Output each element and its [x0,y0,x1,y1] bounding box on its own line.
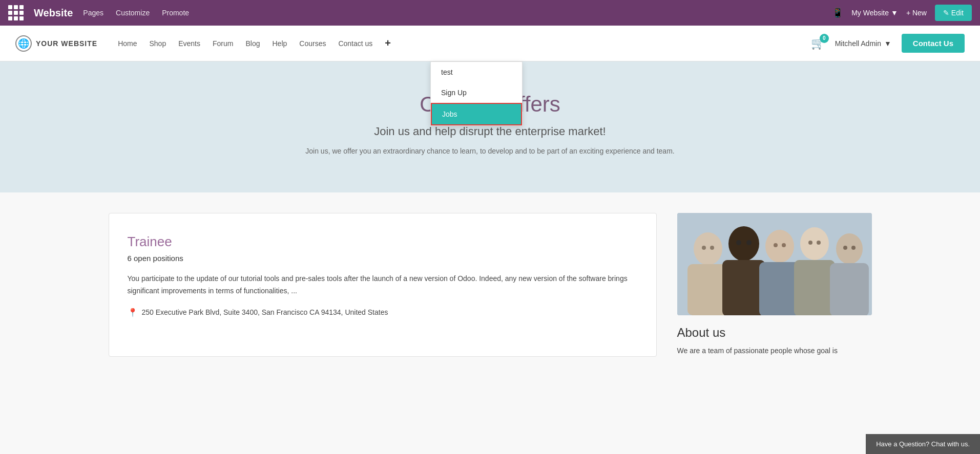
nav-forum[interactable]: Forum [213,39,233,48]
svg-point-7 [800,227,829,260]
cart-icon[interactable]: 🛒 0 [811,37,825,50]
contact-us-button[interactable]: Contact Us [902,34,965,53]
dropdown-arrow-icon: ▼ [891,9,898,17]
edit-button[interactable]: ✎ Edit [935,5,972,21]
hero-description: Join us, we offer you an extraordinary c… [260,145,721,157]
job-location: 📍 250 Executive Park Blvd, Suite 3400, S… [128,308,638,317]
admin-logo: Website [34,7,73,19]
nav-help[interactable]: Help [272,39,287,48]
nav-shop[interactable]: Shop [149,39,166,48]
website-nav: 🌐 YOUR WEBSITE Home Shop Events Forum Bl… [0,26,980,61]
nav-dropdown-menu: test Sign Up Jobs [430,61,523,126]
nav-blog[interactable]: Blog [245,39,260,48]
admin-bar: Website Pages Customize Promote 📱 My Web… [0,0,980,26]
job-description: You participate to the update of our tut… [128,273,638,297]
right-sidebar: About us We are a team of passionate peo… [677,213,872,356]
globe-icon: 🌐 [15,35,32,52]
job-title: Trainee [128,234,638,250]
svg-point-18 [817,241,821,245]
cart-badge: 0 [820,34,829,43]
svg-point-16 [782,243,786,247]
website-nav-links: Home Shop Events Forum Blog Help Courses… [118,37,811,49]
admin-nav-customize[interactable]: Customize [116,9,150,17]
svg-point-9 [836,233,863,264]
svg-rect-10 [830,263,869,315]
about-us-text: We are a team of passionate people whose… [677,345,872,356]
hero-subtitle: Join us and help disrupt the enterprise … [10,125,970,138]
nav-right: 🛒 0 Mitchell Admin ▼ Contact Us [811,34,965,53]
svg-point-13 [736,240,741,245]
about-us-title: About us [677,326,872,340]
svg-point-20 [851,246,856,250]
svg-point-5 [765,230,794,263]
job-card: Trainee 6 open positions You participate… [109,213,657,356]
admin-nav: Pages Customize Promote [83,9,189,17]
my-website-menu[interactable]: My Website ▼ [851,9,898,17]
nav-contact[interactable]: Contact us [338,39,372,48]
svg-point-1 [694,232,722,265]
svg-point-14 [746,240,752,245]
admin-nav-pages[interactable]: Pages [83,9,103,17]
grid-menu-icon[interactable] [8,5,24,20]
nav-home[interactable]: Home [118,39,137,48]
website-logo: 🌐 YOUR WEBSITE [15,35,97,52]
team-image-placeholder [677,213,872,315]
mobile-preview-icon[interactable]: 📱 [832,7,843,18]
content-section: Trainee 6 open positions You participate… [93,192,887,377]
user-menu-arrow: ▼ [884,39,891,48]
location-pin-icon: 📍 [128,308,138,317]
user-menu[interactable]: Mitchell Admin ▼ [835,39,891,48]
svg-point-17 [808,241,812,245]
svg-rect-8 [794,260,835,315]
add-nav-item-button[interactable]: + [385,37,391,49]
svg-point-12 [710,246,714,250]
team-image [677,213,872,315]
svg-rect-4 [722,260,765,315]
nav-events[interactable]: Events [178,39,200,48]
dropdown-item-jobs[interactable]: Jobs [431,103,522,125]
svg-point-11 [702,246,706,250]
dropdown-item-test[interactable]: test [431,62,522,82]
new-button[interactable]: + New [906,9,927,17]
svg-point-15 [774,243,778,247]
job-positions: 6 open positions [128,254,638,263]
admin-nav-promote[interactable]: Promote [162,9,189,17]
svg-point-19 [843,246,847,250]
svg-point-3 [728,226,759,261]
dropdown-item-signup[interactable]: Sign Up [431,82,522,103]
nav-courses[interactable]: Courses [299,39,326,48]
